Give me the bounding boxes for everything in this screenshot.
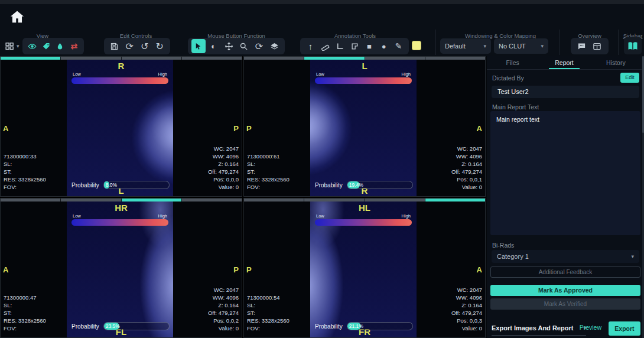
main-report-textarea[interactable]: Main report text — [490, 111, 640, 235]
polygon-annotation-button[interactable] — [348, 39, 362, 53]
redo-button[interactable]: ↻ — [153, 39, 167, 53]
dictated-by-field[interactable]: Test User2 — [492, 86, 639, 98]
rotate-tool-button[interactable]: ⟳ — [252, 39, 266, 53]
tab-history[interactable]: History — [590, 56, 642, 69]
colorbar-gradient — [71, 219, 168, 226]
zoom-tool-button[interactable] — [237, 39, 251, 53]
angle-annotation-button[interactable] — [333, 39, 347, 53]
probability-colorbar: Low High — [315, 72, 412, 84]
probability-label: Probability — [71, 323, 99, 330]
home-icon — [9, 9, 25, 25]
sidebar-toggle-button[interactable] — [624, 37, 642, 54]
colorbar-gradient — [71, 77, 168, 84]
circle-icon: ● — [382, 42, 386, 51]
image-metadata-right: WC: 2047WW: 4096Z: 0.164Off: 479,274Pos:… — [208, 145, 239, 191]
birads-value: Category 1 — [497, 250, 529, 263]
image-metadata-left: 71300000:54SL:ST:RES: 3328x2560FOV: — [247, 294, 290, 332]
window-level-tool-button[interactable]: ◐ — [207, 39, 221, 53]
ruler-icon — [321, 42, 330, 51]
open-book-icon — [627, 41, 638, 51]
orientation-label-top: R — [1, 61, 242, 71]
edit-button[interactable]: Edit — [620, 73, 639, 83]
chevron-down-icon: ▾ — [631, 250, 634, 263]
overview-table-button[interactable] — [590, 39, 604, 53]
preview-button[interactable]: Preview — [580, 324, 601, 331]
layers-icon — [270, 42, 279, 51]
pan-tool-button[interactable] — [222, 39, 236, 53]
heatmap-toggle-button[interactable] — [54, 39, 67, 53]
colorbar-low-label: Low — [73, 72, 81, 77]
additional-feedback-button[interactable]: Additional Feedback — [490, 266, 640, 278]
colorbar-low-label: Low — [316, 213, 324, 219]
export-type-value: Export Images And Report — [492, 321, 573, 335]
orientation-label-top: HL — [244, 203, 485, 213]
sidebar-tabs: Files Report History — [487, 56, 642, 70]
rotate-icon: ⟳ — [255, 41, 263, 52]
colorbar-high-label: High — [158, 213, 167, 219]
freehand-annotation-button[interactable]: ✎ — [392, 39, 405, 53]
birads-select[interactable]: Category 1 ▾ — [492, 250, 639, 263]
square-icon: ■ — [367, 42, 372, 51]
probability-value: 21.1% — [347, 323, 363, 329]
export-type-dropdown[interactable]: Export Images And Report ▾ — [492, 321, 586, 336]
image-metadata-right: WC: 2047WW: 4096Z: 0.164Off: 479,274Pos:… — [208, 286, 239, 332]
layout-grid-button[interactable]: ▾ — [5, 38, 19, 54]
orientation-label-left: P — [246, 265, 252, 274]
probability-value: 19.4% — [347, 182, 363, 188]
colorbar-high-label: High — [158, 72, 167, 77]
mark-as-approved-button[interactable]: Mark As Approved — [490, 285, 640, 296]
toolbar-divider — [559, 30, 560, 55]
ruler-annotation-button[interactable] — [318, 39, 332, 53]
probability-bar: 8.0% — [103, 181, 170, 189]
droplet-icon — [56, 42, 64, 51]
orientation-label-top: HR — [1, 203, 242, 213]
window-top-strip — [0, 0, 644, 4]
comments-button[interactable] — [574, 39, 588, 53]
viewport-r-cc[interactable]: R Low High A P L 71300000:33SL:ST:RES: 3… — [0, 56, 242, 197]
orientation-label-right: A — [477, 265, 482, 274]
orientation-label-right: P — [233, 265, 239, 274]
chevron-down-icon: ▾ — [483, 43, 486, 49]
colorbar-high-label: High — [402, 213, 411, 219]
arrow-annotation-button[interactable]: ↑ — [304, 39, 317, 53]
pointer-tool-button[interactable] — [191, 39, 206, 53]
tab-files[interactable]: Files — [487, 56, 538, 69]
viewport-hr-mlo[interactable]: HR Low High A P FL 71300000:47SL:ST:RES:… — [0, 198, 242, 338]
ellipse-annotation-button[interactable]: ● — [377, 39, 391, 53]
clut-dropdown[interactable]: No CLUT ▾ — [494, 38, 548, 54]
tab-report[interactable]: Report — [538, 56, 590, 69]
visibility-toggle-button[interactable] — [26, 39, 39, 53]
report-sidebar: Files Report History Dictated By Edit Te… — [487, 56, 644, 338]
toolbar-divider — [618, 30, 619, 55]
orientation-label-right: P — [233, 124, 239, 132]
shuffle-icon: ⇄ — [70, 41, 77, 51]
image-metadata-right: WC: 2047WW: 4096Z: 0.164Off: 479,274Pos:… — [451, 286, 482, 332]
windowing-preset-dropdown[interactable]: Default ▾ — [440, 38, 491, 54]
colorbar-gradient — [315, 77, 412, 84]
colorbar-low-label: Low — [316, 72, 324, 77]
save-button[interactable] — [108, 39, 122, 53]
probability-value: 8.0% — [104, 182, 117, 188]
reset-button[interactable]: ⟳ — [123, 39, 137, 53]
home-button[interactable] — [7, 7, 27, 27]
colorbar-high-label: High — [402, 72, 411, 77]
sync-views-toggle-button[interactable]: ⇄ — [68, 39, 81, 53]
export-button[interactable]: Export — [609, 321, 640, 336]
image-metadata-right: WC: 2047WW: 4096Z: 0.164Off: 479,274Pos:… — [451, 145, 482, 191]
probability-value: 23.5% — [104, 323, 120, 329]
orientation-label-right: A — [477, 124, 482, 132]
scroll-slices-tool-button[interactable] — [267, 39, 281, 53]
clut-value: No CLUT — [499, 43, 526, 50]
probability-label: Probability — [71, 182, 99, 188]
mark-as-verified-button[interactable]: Mark As Verified — [490, 298, 640, 310]
viewport-l-cc[interactable]: L Low High P A R 71300000:61SL:ST:RES: 3… — [243, 56, 486, 197]
windowing-preset-value: Default — [445, 43, 466, 50]
rectangle-annotation-button[interactable]: ■ — [362, 39, 376, 53]
viewport-hl-mlo[interactable]: HL Low High P A FR 71300000:54SL:ST:RES:… — [243, 198, 486, 338]
probability-label: Probability — [315, 323, 343, 330]
polygon-icon — [350, 42, 359, 51]
pencil-icon: ✎ — [395, 41, 402, 51]
labels-toggle-button[interactable] — [40, 39, 53, 53]
annotation-color-swatch[interactable] — [412, 41, 421, 50]
undo-button[interactable]: ↺ — [138, 39, 152, 53]
